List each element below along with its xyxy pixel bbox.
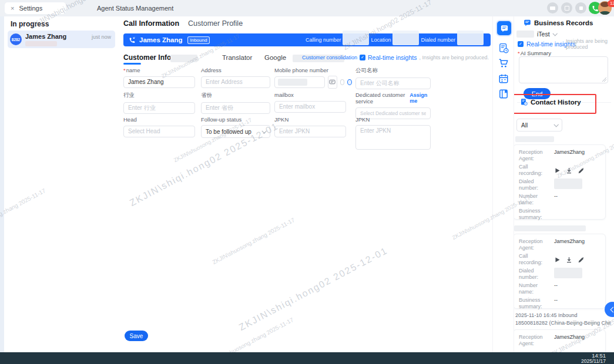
session-list-panel: In progress 8282 James Zhang just now xyxy=(4,16,119,352)
tab-call-information[interactable]: Call Information xyxy=(123,19,179,28)
assign-me-link[interactable]: Assign me xyxy=(410,92,431,104)
mailbox-input[interactable] xyxy=(274,101,346,113)
history-entry-time: 2025-11-10 16:45 Inbound xyxy=(515,312,610,319)
rail-item-orders[interactable] xyxy=(498,58,509,69)
business-records-title: Business Records xyxy=(534,19,593,26)
agent-label: Reception Agent: xyxy=(519,238,549,251)
redacted-dialed-number xyxy=(554,268,582,278)
field-company-name: 公司名称 xyxy=(355,67,431,89)
play-icon[interactable] xyxy=(554,257,561,263)
session-list-item[interactable]: 8282 James Zhang just now xyxy=(8,31,115,48)
settings-tab-label: Settings xyxy=(19,5,42,12)
phone-icon xyxy=(592,5,599,12)
resize-handle-icon[interactable] xyxy=(602,77,606,82)
edit-icon[interactable] xyxy=(578,257,584,263)
industry-input[interactable] xyxy=(123,102,195,114)
close-icon[interactable]: × xyxy=(11,5,14,12)
download-icon[interactable] xyxy=(566,167,572,174)
subtab-google[interactable]: Google xyxy=(264,54,286,61)
field-name: *name xyxy=(123,67,195,88)
contact-history-card[interactable]: Reception Agent:JamesZhang xyxy=(514,329,606,352)
number-name-value: -- xyxy=(554,193,558,206)
dialed-label: Dialed number: xyxy=(519,268,549,281)
contact-history-card[interactable]: Reception Agent:JamesZhang Call recordin… xyxy=(514,144,606,220)
rail-item-notebook[interactable] xyxy=(498,89,509,99)
ai-summary-textarea[interactable] xyxy=(519,56,608,83)
subtab-translator[interactable]: Translator xyxy=(222,54,252,61)
calling-number-label: Calling number xyxy=(306,37,341,43)
province-input[interactable] xyxy=(201,102,270,114)
redacted-phone-number xyxy=(25,41,57,46)
location-label: Location xyxy=(371,37,391,43)
call-time: just now xyxy=(92,34,111,40)
taskbar: 14:51 2025/11/17 xyxy=(0,352,614,364)
redacted-type-prefix xyxy=(516,31,534,38)
tab-agent-status-management[interactable]: Agent Status Management xyxy=(97,0,173,16)
jpkn-input[interactable] xyxy=(274,126,346,137)
history-entry-number: 18500818282 (China-Beijing-Beijing China… xyxy=(515,319,610,327)
contact-history-card[interactable]: Reception Agent:JamesZhang Call recordin… xyxy=(514,234,606,309)
download-icon[interactable] xyxy=(566,257,572,263)
tab-settings[interactable]: × Settings xyxy=(5,2,66,14)
agent-value: JamesZhang xyxy=(554,149,585,162)
consolidation-checkbox[interactable]: ✓ xyxy=(360,55,365,60)
play-icon[interactable] xyxy=(554,167,561,174)
recording-label: Call recording: xyxy=(519,253,549,266)
redacted-timestamp xyxy=(514,225,586,231)
rail-item-contact-history[interactable] xyxy=(498,43,509,53)
field-jpkn-notes: JPKN xyxy=(355,116,431,152)
redacted-dialed-number xyxy=(554,178,582,189)
customer-consolidation-label[interactable]: Customer consolidation xyxy=(302,55,357,60)
chevron-left-icon xyxy=(610,306,614,312)
toolbar-button-stop[interactable] xyxy=(575,2,586,14)
number-name-label: Number name: xyxy=(519,193,549,206)
redacted-calling-number xyxy=(343,31,369,45)
name-input[interactable] xyxy=(123,76,195,88)
inbound-badge: Inbound xyxy=(187,36,210,44)
rail-item-calendar[interactable] xyxy=(498,73,509,84)
ai-summary-label: *AI Summary xyxy=(518,50,551,56)
insights-status-text: Insights are being produced xyxy=(566,38,608,50)
record-type-dropdown[interactable]: iTest xyxy=(516,31,556,38)
rail-item-business-records[interactable] xyxy=(496,20,512,36)
in-progress-title: In progress xyxy=(11,20,49,28)
taskbar-clock[interactable]: 14:51 2025/11/17 xyxy=(581,353,606,364)
number-name-label: Number name: xyxy=(519,282,549,295)
field-head: Head xyxy=(123,116,195,137)
stop-icon xyxy=(579,6,583,10)
save-button[interactable]: Save xyxy=(125,331,148,341)
edit-icon[interactable] xyxy=(578,167,584,174)
insights-status-text: , Insights are being produced. xyxy=(419,55,489,60)
active-tab-underline xyxy=(123,63,141,65)
head-select[interactable] xyxy=(123,126,195,137)
redacted-location xyxy=(392,31,419,45)
right-icon-rail xyxy=(492,16,514,352)
dialed-label: Dialed number: xyxy=(519,178,549,191)
summary-label: Business summary: xyxy=(519,297,549,310)
history-icon[interactable] xyxy=(340,79,345,85)
followup-status-select[interactable]: To be followed up xyxy=(201,125,270,138)
chevron-down-icon xyxy=(553,122,558,127)
toolbar-button-hold[interactable] xyxy=(561,2,572,14)
history-filter-select[interactable]: All xyxy=(516,119,562,132)
redacted-subtab xyxy=(170,55,197,62)
toolbar-button-message[interactable] xyxy=(547,2,558,14)
agent-avatar: 8282 xyxy=(10,33,22,45)
contact-history-title: Contact History xyxy=(531,99,581,106)
field-mobile-phone: Mobile phone number xyxy=(274,67,352,89)
call-banner: James Zhang Inbound Calling number Locat… xyxy=(123,33,491,46)
tab-customer-profile[interactable]: Customer Profile xyxy=(188,19,243,28)
jpkn-textarea[interactable] xyxy=(355,125,431,150)
redacted-dialed-number xyxy=(457,31,484,45)
card-icon xyxy=(550,6,555,10)
business-records-icon xyxy=(524,19,531,26)
realtime-insights-checkbox[interactable]: ✓ xyxy=(518,41,524,47)
realtime-insights-label[interactable]: Real-time insights xyxy=(368,54,417,61)
redacted-mobile-value xyxy=(278,79,307,86)
field-province: 省份 xyxy=(201,92,270,114)
call-icon[interactable] xyxy=(347,79,352,85)
top-bar: × Settings Agent Status Management 12 xyxy=(0,0,614,16)
company-name-input[interactable] xyxy=(355,77,431,89)
address-input[interactable] xyxy=(201,76,270,88)
sms-button[interactable] xyxy=(328,76,337,89)
